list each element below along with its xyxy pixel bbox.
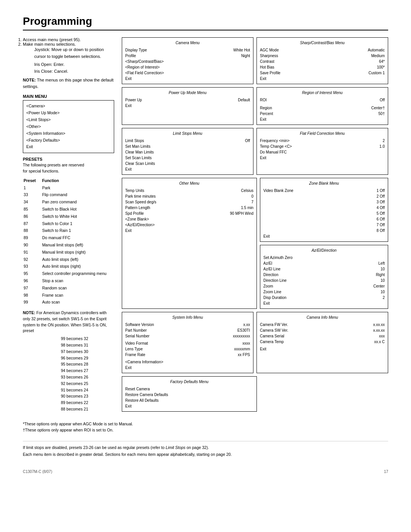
menu-item: Part NumberES30TI (125, 328, 250, 333)
page-title: Programming (23, 15, 388, 30)
menu-item: Exit (125, 76, 250, 81)
az-el-menu-box: Az/El/Direction Set Azimuth Zero Az/ElLe… (260, 245, 388, 309)
menu-item: Az/ElLeft (263, 260, 385, 266)
system-info-title: System Info Menu (125, 315, 250, 320)
menu-item: 7 Off (263, 222, 385, 228)
menu-item: Pattern Length1.5 min (125, 205, 253, 211)
limit-stops-menu-box: Limit Stops Menu Limit StopsOff Set Man … (122, 128, 253, 175)
sharp-menu-title: Sharp/Contrast/Bias Menu (260, 40, 385, 46)
note-bottom: NOTE: For American Dynamics controllers … (23, 310, 114, 334)
mm-item-4: <System Information> (26, 130, 111, 137)
list-item: 90 becomes 23 (61, 393, 114, 399)
step-1: Access main menu (preset 95). (23, 37, 114, 42)
menu-item: Exit (125, 365, 250, 371)
table-row: 91Manual limit stops (right) (24, 249, 113, 256)
menu-item: Temp UnitsCelsius (125, 188, 253, 193)
col-function: Function (42, 177, 113, 184)
page-content: Access main menu (preset 95). Make main … (23, 34, 388, 474)
menu-item: Scan Speed deg/s7 (125, 199, 253, 205)
intro-note: NOTE: The menus on this page show the de… (23, 77, 114, 89)
flat-field-menu-box: Flat Field Correction Menu Frequency <mi… (256, 128, 388, 175)
empty-space (260, 376, 388, 412)
left-column: Access main menu (preset 95). Make main … (23, 37, 114, 412)
mm-item-3: <Other> (26, 123, 111, 130)
menu-item: Exit (260, 117, 385, 122)
main-menu-box: <Camera> <Power Up Mode> <Limit Stops> <… (23, 100, 114, 153)
menu-item: SharpnessMedium (260, 53, 385, 59)
menu-item: 3 Off (263, 199, 385, 205)
camera-info-title: Camera Info Menu (260, 315, 385, 320)
table-row: 93Auto limit stops (right) (24, 263, 113, 270)
table-row: 96Stop a scan (24, 278, 113, 284)
iris-close: Iris Close: Cancel. (34, 68, 114, 75)
menu-item: Exit (263, 300, 385, 306)
menu-item: <Az/El/Direction> (125, 222, 253, 228)
table-row: 95Select controller programming menu (24, 270, 113, 277)
menu-item: Camera SW Ver.x.xx.xx (260, 328, 385, 333)
main-menu-section: MAIN MENU <Camera> <Power Up Mode> <Limi… (23, 94, 114, 153)
menu-item: Exit (125, 166, 250, 172)
joystick-label: Joystick: (34, 47, 50, 52)
presets-header: Preset Function (24, 177, 113, 184)
menu-item: <Sharp/Contrast/Bias> (125, 59, 250, 64)
footnote-1: *These options only appear when AGC Mode… (23, 421, 388, 427)
roi-menu-title: Region of Interest Menu (260, 90, 385, 96)
menu-item: Restore All Defaults (125, 398, 253, 403)
sharp-menu-box: Sharp/Contrast/Bias Menu AGC ModeAutomat… (256, 37, 388, 84)
list-item: 99 becomes 32 (61, 335, 114, 342)
menu-item: Set Man Limits (125, 144, 250, 149)
menu-item: Exit (260, 155, 385, 161)
menu-item: Exit (263, 233, 385, 239)
bottom-note-italic: Limit Stops (166, 445, 185, 450)
note-bottom-text: For American Dynamics controllers with o… (23, 310, 107, 333)
menu-item: Video Blank Zone1 Off (263, 188, 385, 193)
joystick-info: Joystick: Move up or down to position cu… (34, 46, 114, 60)
menu-item: <Flat Field Correction> (125, 70, 250, 76)
menu-item: Percent50† (260, 111, 385, 117)
menu-item: Reset Camera (125, 386, 253, 392)
list-item: 94 becomes 27 (61, 367, 114, 374)
menu-item: Az/El Line10 (263, 266, 385, 272)
menu-item: Serial Numberxxxxxxxxx (125, 333, 250, 339)
mm-item-5: <Factory Defaults> (26, 137, 111, 144)
intro-section: Access main menu (preset 95). Make main … (23, 37, 388, 412)
table-row: 99Auto scan (24, 299, 113, 305)
list-item: 89 becomes 22 (61, 399, 114, 406)
roi-menu-box: Region of Interest Menu ROIOff RegionCen… (256, 87, 388, 125)
iris-open: Iris Open: Enter. (34, 61, 114, 68)
menu-item: Do Manual FFC (260, 149, 385, 155)
page-footer: C1307M-C (8/07) 17 (23, 470, 388, 474)
list-item: 96 becomes 29 (61, 355, 114, 361)
table-row: 1Park (24, 185, 113, 191)
menus-row-1: Camera Menu Display TypeWhite Hot Profil… (122, 37, 388, 84)
mm-item-1: <Power Up Mode> (26, 110, 111, 117)
intro-steps: Access main menu (preset 95). Make main … (23, 37, 114, 46)
mm-item-2: <Limit Stops> (26, 117, 111, 123)
menu-item: Exit (125, 228, 253, 233)
az-el-title: Az/El/Direction (263, 248, 385, 253)
camera-info-menu-box: Camera Info Menu Camera FW Ver.x.xx.xx C… (256, 312, 388, 373)
footer-left: C1307M-C (8/07) (23, 470, 52, 474)
mm-item-6: Exit (26, 144, 111, 150)
menu-item: ProfileNight (125, 53, 250, 59)
menu-item: 4 Off (263, 205, 385, 211)
mm-item-0: <Camera> (26, 103, 111, 110)
menu-item: 2 Off (263, 193, 385, 199)
menu-item: <Zone Blank> (125, 216, 253, 222)
note-text: The menus on this page show the default … (23, 78, 113, 89)
menu-item: Park time minutes0 (125, 193, 253, 199)
powerup-menu-box: Power Up Mode Menu Power UpDefault Exit (122, 87, 253, 125)
menu-item: Restore Camera Defaults (125, 392, 253, 398)
iris-info: Iris Open: Enter. Iris Close: Cancel. (34, 61, 114, 75)
menu-item: 5 Off (263, 211, 385, 216)
list-item: 95 becomes 28 (61, 361, 114, 367)
limit-stops-title: Limit Stops Menu (125, 131, 250, 136)
menu-item: DirectionRight (263, 272, 385, 278)
bottom-note-1b: on page 32). (186, 445, 209, 450)
menu-item: Spd Profile90 MPH Wind (125, 211, 253, 216)
menu-item: Lens Typexxxxxmm (125, 346, 250, 352)
menu-item: 8 Off (263, 228, 385, 233)
menus-row-4: Other Menu Temp UnitsCelsius Park time m… (122, 178, 388, 309)
right-columns: Camera Menu Display TypeWhite Hot Profil… (122, 37, 388, 412)
system-info-menu-box: System Info Menu Software Versionx.xx Pa… (122, 312, 253, 373)
